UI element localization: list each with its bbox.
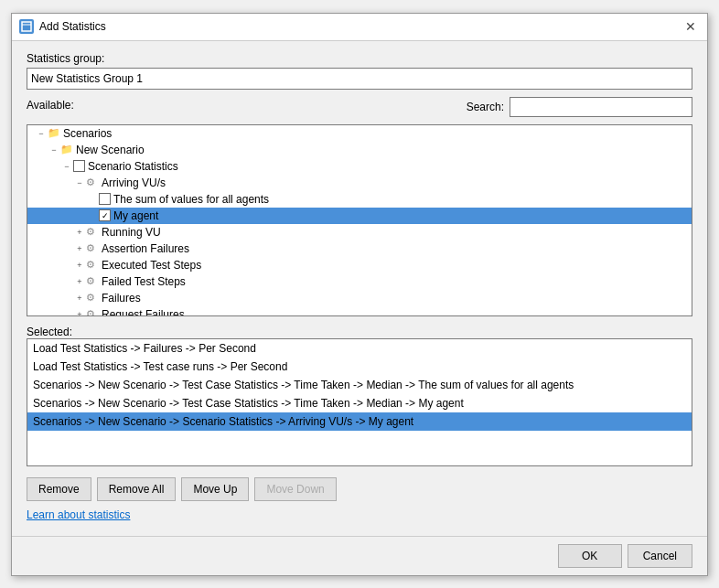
tree-item-arriving-vus[interactable]: − ⚙ Arriving VU/s [27,175,692,191]
spacer-my-agent [86,209,99,222]
tree-item-scenarios[interactable]: − 📁 Scenarios [27,125,692,142]
tree-item-scenario-statistics[interactable]: − Scenario Statistics [27,158,692,175]
statistics-group-input[interactable] [27,68,692,90]
selected-item-label-2: Load Test Statistics -> Test case runs -… [33,360,287,373]
tree-label-my-agent: My agent [113,209,158,222]
expander-failed-test-steps[interactable]: + [73,275,86,288]
selected-label: Selected: [27,326,692,338]
gear-icon-running-vu: ⚙ [86,226,99,239]
tree-label-failures: Failures [102,292,141,305]
checkbox-sum-all-agents[interactable] [99,193,111,205]
tree-item-request-failures[interactable]: + ⚙ Request Failures [27,306,692,316]
ok-button[interactable]: OK [558,544,622,568]
learn-link[interactable]: Learn about statistics [27,508,692,521]
dialog-title: Add Statistics [39,20,681,33]
selected-list[interactable]: Load Test Statistics -> Failures -> Per … [27,338,692,466]
tree-label-scenarios: Scenarios [63,127,112,140]
statistics-group-section: Statistics group: [27,52,692,90]
checkbox-my-agent[interactable]: ✓ [99,209,111,221]
move-up-button[interactable]: Move Up [181,477,249,501]
cancel-button[interactable]: Cancel [628,544,692,568]
selected-section: Selected: Load Test Statistics -> Failur… [27,324,692,466]
available-tree[interactable]: − 📁 Scenarios − 📁 New Scenario − Scenari… [27,124,692,316]
title-bar: Add Statistics ✕ [12,14,707,41]
gear-icon-arriving-vus: ⚙ [86,176,99,189]
gear-icon-executed-test-steps: ⚙ [86,259,99,272]
expander-request-failures[interactable]: + [73,308,86,316]
selected-item-label-1: Load Test Statistics -> Failures -> Per … [33,342,256,355]
folder-icon-new-scenario: 📁 [60,144,73,156]
tree-label-assertion-failures: Assertion Failures [102,242,189,255]
selected-item-5[interactable]: Scenarios -> New Scenario -> Scenario St… [27,412,692,431]
gear-icon-request-failures: ⚙ [86,308,99,316]
selected-item-1[interactable]: Load Test Statistics -> Failures -> Per … [27,339,692,358]
tree-item-assertion-failures[interactable]: + ⚙ Assertion Failures [27,241,692,257]
tree-label-request-failures: Request Failures [102,308,185,316]
selected-item-label-5: Scenarios -> New Scenario -> Scenario St… [33,415,413,428]
selected-item-label-3: Scenarios -> New Scenario -> Test Case S… [33,379,574,391]
statistics-group-label: Statistics group: [27,52,692,65]
expander-assertion-failures[interactable]: + [73,242,86,255]
search-input[interactable] [510,97,692,117]
gear-icon-assertion-failures: ⚙ [86,242,99,255]
search-label: Search: [467,101,504,113]
tree-label-sum-all-agents: The sum of values for all agents [113,193,269,206]
spacer-sum [86,193,99,206]
tree-item-failures[interactable]: + ⚙ Failures [27,290,692,306]
dialog-icon [19,19,34,34]
svg-rect-0 [22,22,31,31]
expander-scenarios[interactable]: − [35,127,48,140]
expander-running-vu[interactable]: + [73,226,86,239]
gear-icon-failures: ⚙ [86,292,99,305]
expander-new-scenario[interactable]: − [48,144,60,156]
tree-label-running-vu: Running VU [102,226,161,239]
search-row: Search: [467,97,692,117]
folder-icon: 📁 [48,127,60,140]
tree-label-scenario-statistics: Scenario Statistics [88,160,178,173]
learn-statistics-link[interactable]: Learn about statistics [27,508,130,521]
selected-item-3[interactable]: Scenarios -> New Scenario -> Test Case S… [27,376,692,394]
tree-label-arriving-vus: Arriving VU/s [102,176,166,189]
available-row: Available: Search: [27,97,692,117]
expander-failures[interactable]: + [73,292,86,305]
remove-button[interactable]: Remove [27,477,91,501]
expander-executed-test-steps[interactable]: + [73,259,86,272]
selected-item-2[interactable]: Load Test Statistics -> Test case runs -… [27,358,692,376]
expander-arriving-vus[interactable]: − [73,176,86,189]
selected-item-4[interactable]: Scenarios -> New Scenario -> Test Case S… [27,394,692,412]
remove-all-button[interactable]: Remove All [97,477,177,501]
tree-item-running-vu[interactable]: + ⚙ Running VU [27,224,692,241]
add-statistics-dialog: Add Statistics ✕ Statistics group: Avail… [11,13,708,576]
available-label: Available: [27,99,74,112]
tree-label-executed-test-steps: Executed Test Steps [102,259,201,272]
close-button[interactable]: ✕ [681,17,700,36]
expander-scenario-statistics[interactable]: − [60,160,73,173]
dialog-footer: OK Cancel [12,536,707,575]
tree-label-new-scenario: New Scenario [76,144,145,156]
tree-item-my-agent[interactable]: ✓ My agent [27,208,692,224]
tree-item-new-scenario[interactable]: − 📁 New Scenario [27,142,692,158]
gear-icon-failed-test-steps: ⚙ [86,275,99,288]
action-buttons: Remove Remove All Move Up Move Down [27,477,692,501]
selected-item-label-4: Scenarios -> New Scenario -> Test Case S… [33,397,464,410]
move-down-button[interactable]: Move Down [254,477,336,501]
tree-item-failed-test-steps[interactable]: + ⚙ Failed Test Steps [27,273,692,290]
tree-item-sum-all-agents[interactable]: The sum of values for all agents [27,191,692,208]
dialog-body: Statistics group: Available: Search: − 📁… [12,41,707,532]
tree-item-executed-test-steps[interactable]: + ⚙ Executed Test Steps [27,257,692,273]
tree-label-failed-test-steps: Failed Test Steps [102,275,186,288]
checkbox-scenario-statistics[interactable] [73,160,85,172]
